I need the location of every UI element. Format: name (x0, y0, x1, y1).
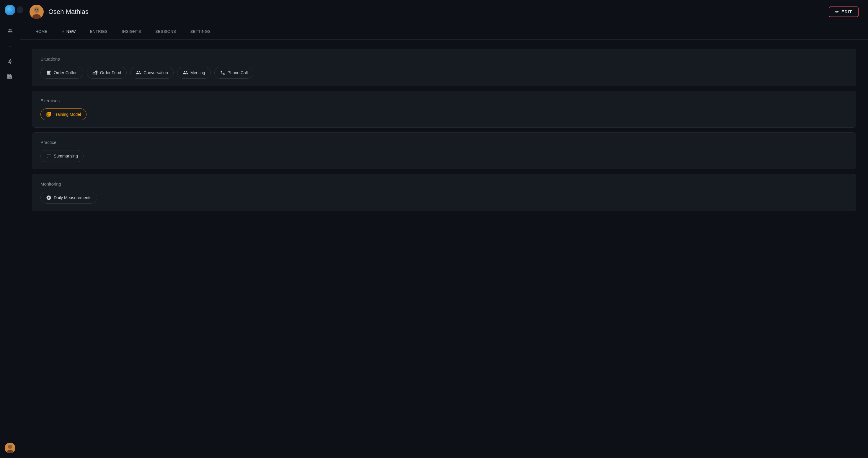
avatar-image (30, 5, 44, 19)
sidebar-item-exercises[interactable] (4, 55, 17, 68)
edit-label: EDIT (841, 9, 852, 14)
edit-icon: ✏ (835, 9, 839, 14)
nav-tabs: HOME + NEW ENTRIES INSIGHTS SESSIONS SET… (20, 24, 868, 39)
chip-daily-measurements-label: Daily Measurements (54, 195, 92, 200)
page-content: Situations Order Coffee (20, 39, 868, 458)
chip-daily-measurements[interactable]: Daily Measurements (40, 192, 97, 204)
sidebar-item-cards[interactable] (4, 70, 17, 83)
chip-conversation[interactable]: Conversation (130, 67, 174, 79)
section-exercises-title: Exercises (40, 98, 848, 103)
tab-new[interactable]: + NEW (56, 24, 82, 39)
tab-insights[interactable]: INSIGHTS (116, 25, 147, 39)
svg-point-1 (8, 445, 12, 449)
section-situations: Situations Order Coffee (32, 49, 856, 86)
section-practice: Practice Summarising (32, 133, 856, 169)
measurements-icon (46, 195, 51, 200)
users-icon (7, 28, 13, 33)
svg-point-6 (34, 7, 39, 13)
tab-entries[interactable]: ENTRIES (84, 25, 114, 39)
tab-new-label: NEW (66, 29, 76, 34)
edit-button[interactable]: ✏ EDIT (829, 6, 859, 17)
monitoring-chips: Daily Measurements (40, 192, 848, 204)
plus-icon: + (62, 29, 65, 34)
tab-settings[interactable]: SETTINGS (184, 25, 216, 39)
bottom-avatar-image (5, 442, 16, 453)
section-monitoring-title: Monitoring (40, 181, 848, 187)
sidebar-user-avatar[interactable] (5, 442, 16, 453)
chip-order-food-label: Order Food (100, 70, 121, 75)
chip-training-model-label: Training Model (54, 112, 81, 117)
situations-chips: Order Coffee Order Food (40, 67, 848, 79)
chip-summarising[interactable]: Summarising (40, 150, 84, 162)
chip-phone-call[interactable]: Phone Call (214, 67, 254, 79)
app-logo (5, 5, 16, 16)
section-practice-title: Practice (40, 140, 848, 145)
practice-chips: Summarising (40, 150, 848, 162)
chip-training-model[interactable]: Training Model (40, 109, 87, 120)
section-situations-title: Situations (40, 56, 848, 61)
main-content: Oseh Mathias ✏ EDIT HOME + NEW ENTRIES I… (20, 0, 868, 458)
user-avatar (30, 5, 44, 19)
chip-meeting[interactable]: Meeting (177, 67, 211, 79)
phone-icon (220, 70, 225, 75)
figure-icon (7, 59, 13, 64)
sidebar-toggle[interactable]: › (17, 6, 23, 13)
sidebar: › (0, 0, 20, 458)
sidebar-item-users[interactable] (4, 24, 17, 37)
section-exercises: Exercises Training Model (32, 91, 856, 127)
cards-icon (7, 74, 13, 80)
sidebar-item-add[interactable] (4, 39, 17, 53)
chip-conversation-label: Conversation (144, 70, 168, 75)
meeting-icon (183, 70, 188, 75)
coffee-icon (46, 70, 51, 75)
sidebar-bottom (5, 442, 16, 453)
chip-order-coffee-label: Order Coffee (54, 70, 78, 75)
conversation-icon (136, 70, 141, 75)
tab-home[interactable]: HOME (30, 25, 54, 39)
sidebar-nav (4, 24, 17, 442)
chip-summarising-label: Summarising (54, 154, 78, 159)
training-icon (46, 112, 51, 117)
add-icon (7, 44, 13, 49)
chip-meeting-label: Meeting (190, 70, 205, 75)
chip-order-coffee[interactable]: Order Coffee (40, 67, 83, 79)
food-icon (92, 70, 98, 75)
header: Oseh Mathias ✏ EDIT (20, 0, 868, 24)
svg-point-8 (37, 9, 38, 10)
chip-phone-call-label: Phone Call (228, 70, 248, 75)
user-name: Oseh Mathias (49, 8, 829, 16)
tab-sessions[interactable]: SESSIONS (149, 25, 182, 39)
exercises-chips: Training Model (40, 109, 848, 120)
section-monitoring: Monitoring Daily Measurements (32, 174, 856, 211)
svg-point-7 (35, 9, 36, 10)
summarising-icon (46, 153, 51, 159)
chip-order-food[interactable]: Order Food (87, 67, 127, 79)
